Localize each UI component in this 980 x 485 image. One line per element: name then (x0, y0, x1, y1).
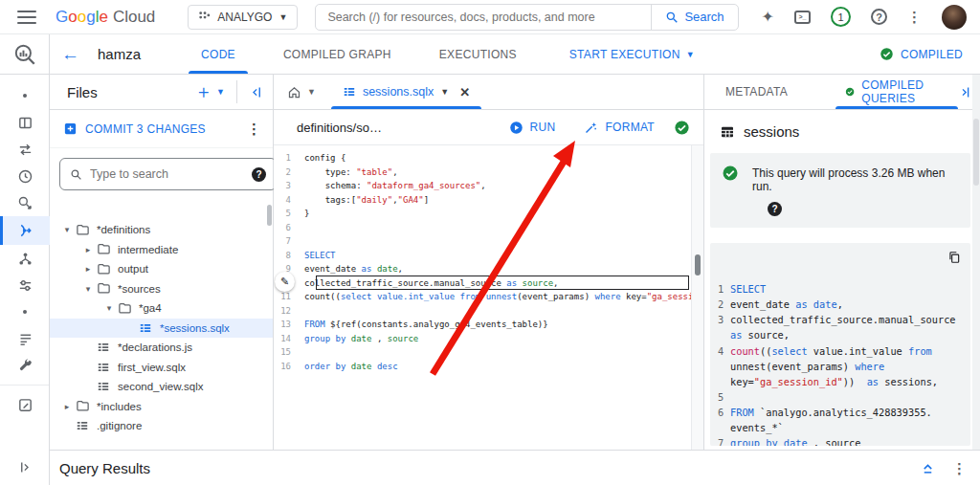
code-line: 3collected_traffic_source.manual_source (718, 312, 963, 327)
search-button[interactable]: Search (651, 5, 737, 30)
run-button-label: RUN (530, 121, 556, 134)
notifications-badge[interactable]: 1 (831, 7, 851, 27)
file-breadcrumb: definitions/so… (297, 121, 480, 135)
edit-line-icon[interactable]: ✎ (275, 272, 295, 292)
help-icon[interactable]: ? (871, 9, 887, 25)
cloud-shell-icon[interactable]: >_ (794, 11, 811, 24)
gemini-icon[interactable]: ✦ (762, 8, 774, 26)
more-options-icon[interactable]: ⋮ (907, 9, 922, 26)
commit-changes-row: COMMIT 3 CHANGES ⋮ (50, 110, 273, 148)
code-line: unnest(event_params) where (718, 359, 963, 374)
code-area[interactable]: 1config {2 type: "table",3 schema: "data… (274, 145, 691, 450)
code-line: 3 schema: "dataform_ga4_sources", (274, 179, 691, 193)
user-avatar[interactable] (942, 5, 967, 30)
tree-item-definitions[interactable]: ▾*definitions (50, 220, 273, 240)
add-file-button[interactable]: ＋▼ (194, 79, 225, 104)
tree-item-label: first_view.sqlx (118, 362, 186, 373)
editor-scrollbar[interactable] (691, 145, 703, 450)
tab-compiled-graph[interactable]: COMPILED GRAPH (259, 34, 415, 74)
tune-icon[interactable] (0, 272, 50, 298)
compiled-status-label: COMPILED (901, 48, 963, 61)
scheduled-queries-icon[interactable] (0, 163, 50, 189)
tree-chevron-down-icon[interactable]: ▾ (80, 284, 96, 294)
run-button[interactable]: RUN (509, 121, 556, 135)
compiled-sql-box: 1SELECT2event_date as date,3collected_tr… (710, 243, 970, 446)
file-tree-scrollbar[interactable] (267, 205, 272, 226)
code-line: events_*` (718, 420, 963, 435)
dataform-logo (0, 34, 50, 75)
search-help-icon[interactable]: ? (252, 167, 266, 182)
compiled-object-row: sessions (704, 110, 980, 149)
editor-tab-sessions[interactable]: sessions.sqlx ▼ ✕ (331, 75, 481, 109)
commit-more-options-icon[interactable]: ⋮ (247, 121, 261, 136)
expand-panel-icon[interactable] (958, 85, 972, 99)
data-canvas-icon[interactable] (0, 189, 50, 216)
dashboard-icon[interactable] (0, 109, 50, 136)
open-panel-icon[interactable] (0, 453, 50, 480)
workspace-name: hamza (98, 46, 141, 62)
tab-metadata[interactable]: METADATA (716, 75, 797, 109)
project-selector[interactable]: ANALYGO ▼ (188, 5, 298, 30)
start-execution-button[interactable]: START EXECUTION ▼ (569, 48, 695, 61)
tree-item-second_viewsqlx[interactable]: second_view.sqlx (50, 377, 273, 397)
tree-item-declarationsjs[interactable]: *declarations.js (50, 338, 273, 358)
query-cost-message: This query will process 3.26 MB when run… (752, 165, 959, 193)
tab-code[interactable]: CODE (177, 34, 259, 74)
dataform-pipelines-icon[interactable] (0, 216, 50, 245)
tree-item-sources[interactable]: ▾*sources (50, 279, 273, 299)
lineage-icon[interactable] (0, 245, 50, 272)
google-cloud-logo[interactable]: Google Cloud (56, 8, 155, 27)
tree-chevron-down-icon[interactable]: ▾ (59, 225, 75, 234)
back-button[interactable]: ← (61, 45, 79, 63)
dataform-workspace-screen: Google Cloud ANALYGO ▼ Search ✦ >_ 1 ? ⋮ (0, 0, 980, 485)
tree-item-first_viewsqlx[interactable]: first_view.sqlx (50, 358, 273, 378)
tab-executions[interactable]: EXECUTIONS (415, 34, 541, 74)
close-tab-icon[interactable]: ✕ (459, 85, 470, 99)
cost-help-icon[interactable]: ? (768, 202, 782, 216)
chevron-down-icon: ▼ (307, 87, 316, 97)
compose-query-icon[interactable] (0, 391, 50, 418)
home-icon (287, 85, 301, 99)
query-history-icon[interactable] (0, 325, 50, 352)
tab-compiled-queries[interactable]: COMPILED QUERIES (835, 75, 958, 109)
global-search: Search (315, 4, 738, 31)
folder-icon (75, 222, 90, 237)
code-line: 2event_date as date, (718, 297, 963, 312)
query-results-bar: Query Results ⋮ (50, 450, 980, 485)
tree-item-output[interactable]: ▸output (50, 259, 273, 279)
tree-chevron-right-icon[interactable]: ▸ (59, 402, 75, 411)
tree-item-ga4[interactable]: ▾*ga4 (50, 298, 273, 319)
main-menu-icon[interactable] (17, 11, 36, 24)
transfers-icon[interactable] (0, 136, 50, 163)
file-search-input[interactable] (90, 167, 244, 181)
folder-icon (75, 399, 90, 414)
right-panel-scrollbar[interactable] (972, 75, 980, 450)
tree-chevron-right-icon[interactable]: ▸ (80, 245, 96, 254)
commit-changes-button[interactable]: COMMIT 3 CHANGES (85, 122, 247, 136)
results-more-options-icon[interactable]: ⋮ (952, 461, 967, 475)
tree-item-intermediate[interactable]: ▸intermediate (50, 240, 273, 260)
tree-item-label: *ga4 (139, 302, 162, 314)
workspace-toolbar: ← hamza CODECOMPILED GRAPHEXECUTIONS STA… (0, 34, 980, 75)
tree-chevron-down-icon[interactable]: ▾ (101, 303, 117, 313)
expand-results-icon[interactable] (921, 461, 935, 475)
editor-home-tab[interactable]: ▼ (287, 85, 316, 99)
tree-item-includes[interactable]: ▸*includes (50, 397, 273, 417)
global-search-input[interactable] (316, 11, 651, 24)
file-icon (96, 340, 111, 355)
format-button[interactable]: FORMAT (584, 121, 655, 135)
overflow-dot-icon[interactable] (0, 82, 50, 109)
tree-item-label: *includes (97, 401, 142, 412)
tree-item-sessionssqlx[interactable]: *sessions.sqlx (50, 319, 273, 339)
admin-wrench-icon[interactable] (0, 352, 50, 379)
tree-item-label: *declarations.js (118, 342, 192, 353)
copy-icon[interactable] (947, 251, 961, 268)
collapse-panel-icon[interactable] (249, 85, 263, 99)
tree-item-gitignore[interactable]: .gitignore (50, 416, 273, 436)
chevron-down-icon: ▼ (686, 50, 695, 59)
tree-chevron-right-icon[interactable]: ▸ (80, 264, 96, 274)
code-line: 15 (274, 345, 691, 360)
table-icon (720, 124, 735, 140)
overflow-dot-icon[interactable] (0, 298, 50, 325)
search-button-label: Search (684, 10, 724, 24)
